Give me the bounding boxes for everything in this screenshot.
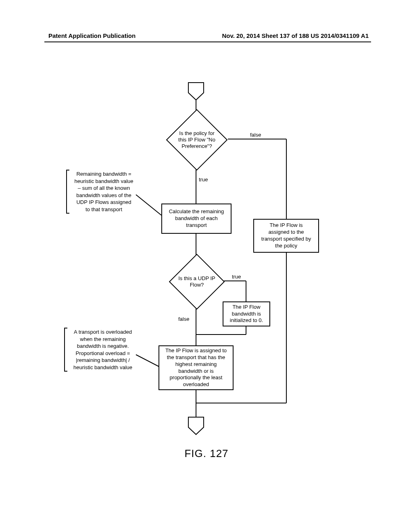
decision1-false-label: false [250,132,261,138]
process-init-zero: The IP Flow bandwidth is initialized to … [223,301,270,326]
svg-marker-0 [188,83,204,100]
process-calculate-remaining: Calculate the remaining bandwidth of eac… [161,204,232,234]
figure-label: FIG. 127 [0,447,413,460]
decision2-true-label: true [232,274,241,280]
annotation-overload: A transport is overloaded when the remai… [67,328,139,371]
annotation-remaining-bandwidth: Remaining bandwidth = heuristic bandwidt… [69,170,139,213]
process-assign-by-policy: The IP Flow is assigned to the transport… [253,219,319,253]
process-calculate-remaining-text: Calculate the remaining bandwidth of eac… [169,208,224,229]
svg-marker-16 [188,417,204,434]
annotation-remaining-bandwidth-text: Remaining bandwidth = heuristic bandwidt… [75,171,133,212]
decision1-text: Is the policy for this IP Flow "No Prefe… [176,130,218,150]
process-init-zero-text: The IP Flow bandwidth is initialized to … [230,304,263,324]
process-assign-by-policy-text: The IP Flow is assigned to the transport… [261,222,311,249]
process-assign-highest-text: The IP Flow is assigned to the transport… [165,347,227,388]
decision2-text: Is this a UDP IP Flow? [178,275,216,289]
svg-line-14 [136,355,159,367]
decision1-true-label: true [199,177,208,183]
svg-line-5 [136,195,161,215]
process-assign-highest: The IP Flow is assigned to the transport… [159,345,234,390]
decision2-false-label: false [178,316,189,322]
annotation-overload-text: A transport is overloaded when the remai… [73,329,132,370]
